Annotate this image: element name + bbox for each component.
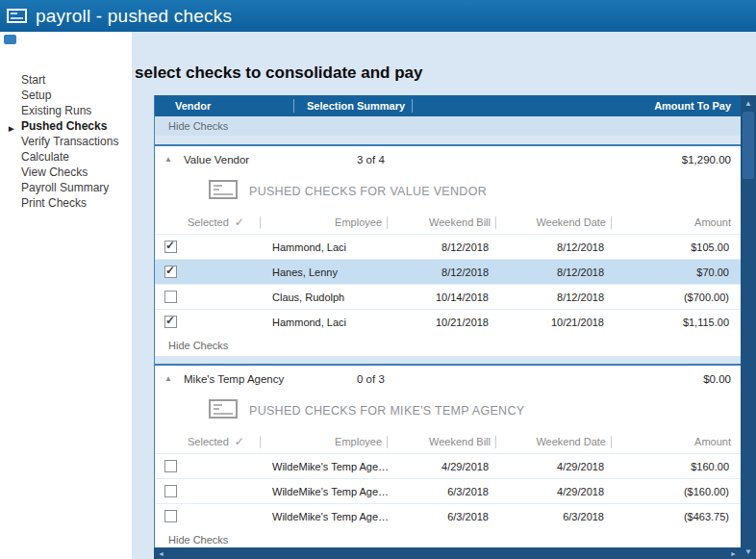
amount-column-label: Amount xyxy=(612,216,741,229)
vendor-group-header[interactable]: ▲ Value Vendor 3 of 4 $1,290.00 xyxy=(155,146,741,172)
table-row[interactable]: Hammond, Laci 8/12/2018 8/12/2018 $105.0… xyxy=(155,234,741,259)
weekend-bill-cell: 4/29/2018 xyxy=(388,461,496,472)
pane-pin-icon[interactable] xyxy=(4,35,16,44)
section-title-row: PUSHED CHECKS FOR VALUE VENDOR xyxy=(155,172,741,211)
amount-cell: $160.00 xyxy=(612,461,741,472)
main-content: select checks to consolidate and pay Ven… xyxy=(132,32,756,559)
weekend-date-cell: 8/12/2018 xyxy=(496,241,612,253)
select-all-check-icon[interactable]: ✓ xyxy=(235,435,244,448)
checks-grid: Vendor Selection Summary Amount To Pay H… xyxy=(154,95,741,547)
collapse-icon[interactable]: ▲ xyxy=(155,155,184,164)
amount-cell: ($463.75) xyxy=(612,511,741,522)
table-row[interactable]: WildeMike's Temp Age… 4/29/2018 4/29/201… xyxy=(155,453,741,478)
weekend-bill-cell: 8/12/2018 xyxy=(388,267,496,278)
selection-summary: 3 of 4 xyxy=(347,154,463,165)
vertical-scrollbar-thumb[interactable] xyxy=(743,112,754,179)
sidebar-item-setup[interactable]: Setup xyxy=(0,88,132,103)
weekend-date-cell: 10/21/2018 xyxy=(496,317,612,328)
amount-to-pay: $1,290.00 xyxy=(463,154,741,165)
scroll-right-icon[interactable]: ► xyxy=(730,550,737,557)
sidebar-item-pushed-checks[interactable]: Pushed Checks xyxy=(0,118,132,134)
row-checkbox[interactable] xyxy=(164,510,177,522)
employee-cell: Claus, Rudolph xyxy=(261,292,388,303)
collapse-icon[interactable]: ▲ xyxy=(155,374,184,383)
weekend-bill-cell: 6/3/2018 xyxy=(388,486,496,497)
grid-header: Vendor Selection Summary Amount To Pay xyxy=(155,95,741,116)
amount-column-label: Amount xyxy=(612,436,741,448)
amount-cell: ($160.00) xyxy=(612,486,741,497)
sub-header: Selected✓ Employee Weekend Bill Weekend … xyxy=(155,211,741,234)
weekend-bill-column-label: Weekend Bill xyxy=(388,436,496,448)
employee-column-label: Employee xyxy=(261,216,388,229)
amount-cell: $1,115.00 xyxy=(612,317,741,328)
weekend-bill-cell: 10/21/2018 xyxy=(388,317,496,328)
row-checkbox[interactable] xyxy=(164,291,177,303)
selected-column-label: Selected xyxy=(188,436,229,447)
table-row[interactable]: Hammond, Laci 10/21/2018 10/21/2018 $1,1… xyxy=(155,309,741,334)
hide-checks-link[interactable]: Hide Checks xyxy=(155,528,741,547)
row-checkbox[interactable] xyxy=(164,266,177,278)
amount-cell: $105.00 xyxy=(612,241,741,253)
employee-cell: Hanes, Lenny xyxy=(261,267,388,278)
sidebar-item-calculate[interactable]: Calculate xyxy=(0,149,132,165)
employee-cell: Hammond, Laci xyxy=(261,317,388,328)
sidebar-item-verify-transactions[interactable]: Verify Transactions xyxy=(0,134,132,149)
weekend-bill-cell: 8/12/2018 xyxy=(388,241,496,253)
table-row[interactable]: Claus, Rudolph 10/14/2018 8/12/2018 ($70… xyxy=(155,284,741,309)
app-check-icon xyxy=(7,9,27,23)
scroll-left-icon[interactable]: ◄ xyxy=(158,550,164,557)
section-heading: select checks to consolidate and pay xyxy=(135,64,423,83)
horizontal-scrollbar[interactable]: ◄ ► xyxy=(154,547,741,559)
vendor-group-value-vendor: ▲ Value Vendor 3 of 4 $1,290.00 PU xyxy=(155,144,741,356)
table-row[interactable]: WildeMike's Temp Age… 6/3/2018 6/3/2018 … xyxy=(155,503,741,528)
hide-checks-band[interactable]: Hide Checks xyxy=(155,116,741,136)
checks-grid-zone: Vendor Selection Summary Amount To Pay H… xyxy=(154,95,756,559)
weekend-date-column-label: Weekend Date xyxy=(496,436,612,448)
page-title: payroll - pushed checks xyxy=(36,6,232,27)
scroll-down-icon[interactable]: ▼ xyxy=(741,544,756,559)
weekend-date-cell: 8/12/2018 xyxy=(496,292,612,303)
employee-cell: WildeMike's Temp Age… xyxy=(261,461,388,472)
employee-cell: Hammond, Laci xyxy=(261,241,388,253)
selection-summary: 0 of 3 xyxy=(347,373,463,385)
sidebar-item-view-checks[interactable]: View Checks xyxy=(0,165,132,180)
weekend-date-cell: 4/29/2018 xyxy=(496,461,612,472)
vendor-name: Value Vendor xyxy=(184,154,347,165)
selection-summary-column-header: Selection Summary xyxy=(294,99,413,113)
employee-cell: WildeMike's Temp Age… xyxy=(261,511,388,522)
sidebar-item-print-checks[interactable]: Print Checks xyxy=(0,195,132,211)
sidebar-item-existing-runs[interactable]: Existing Runs xyxy=(0,103,132,118)
vertical-scrollbar[interactable]: ▲ ▼ xyxy=(741,95,756,559)
amount-cell: $70.00 xyxy=(612,267,741,278)
spacer xyxy=(155,356,741,364)
row-checkbox[interactable] xyxy=(164,485,177,497)
sidebar-item-start[interactable]: Start xyxy=(0,72,132,88)
vendor-name: Mike's Temp Agency xyxy=(184,373,347,385)
row-checkbox[interactable] xyxy=(164,460,177,472)
sidebar: Start Setup Existing Runs Pushed Checks … xyxy=(0,32,132,559)
titlebar: payroll - pushed checks xyxy=(0,0,756,32)
selected-column-label: Selected xyxy=(188,216,229,228)
weekend-date-cell: 8/12/2018 xyxy=(496,267,612,278)
weekend-bill-cell: 6/3/2018 xyxy=(388,511,496,522)
weekend-bill-cell: 10/14/2018 xyxy=(388,292,496,303)
amount-cell: ($700.00) xyxy=(612,292,741,303)
hide-checks-link[interactable]: Hide Checks xyxy=(155,334,741,356)
row-checkbox[interactable] xyxy=(164,241,177,253)
row-checkbox[interactable] xyxy=(164,316,177,328)
section-title: PUSHED CHECKS FOR MIKE'S TEMP AGENCY xyxy=(249,404,524,418)
check-icon xyxy=(209,180,238,203)
spacer xyxy=(155,136,741,144)
vendor-group-header[interactable]: ▲ Mike's Temp Agency 0 of 3 $0.00 xyxy=(155,366,741,392)
vendor-group-mikes-temp-agency: ▲ Mike's Temp Agency 0 of 3 $0.00 xyxy=(155,364,741,547)
sidebar-item-payroll-summary[interactable]: Payroll Summary xyxy=(0,180,132,195)
table-row[interactable]: WildeMike's Temp Age… 6/3/2018 4/29/2018… xyxy=(155,478,741,503)
weekend-bill-column-label: Weekend Bill xyxy=(388,216,496,229)
amount-to-pay-column-header: Amount To Pay xyxy=(413,99,741,113)
sidebar-nav: Start Setup Existing Runs Pushed Checks … xyxy=(0,72,132,211)
select-all-check-icon[interactable]: ✓ xyxy=(235,216,244,229)
scroll-up-icon[interactable]: ▲ xyxy=(741,95,756,111)
table-row[interactable]: Hanes, Lenny 8/12/2018 8/12/2018 $70.00 xyxy=(155,259,741,284)
employee-column-label: Employee xyxy=(261,436,388,448)
check-icon xyxy=(209,399,238,422)
